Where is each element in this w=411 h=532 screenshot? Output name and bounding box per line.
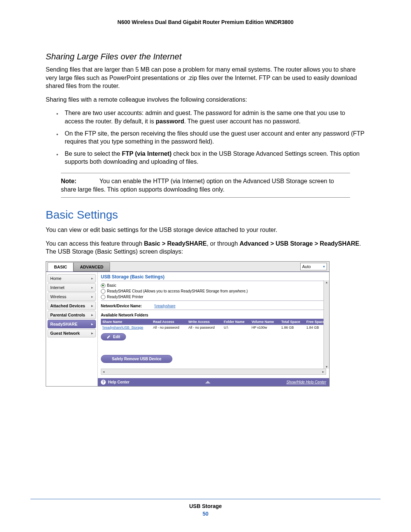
panel-title: USB Storage (Basic Settings) [101,274,326,280]
table-row: \\readyshare\USB_Storage All - no passwo… [101,325,326,330]
chevron-right-icon: ▸ [91,331,93,335]
note-box: Note: You can enable the HTTP (via Inter… [61,173,350,198]
list-item: On the FTP site, the person receiving th… [65,129,365,146]
network-device-name-row: Network/Device Name: \\readyshare [101,304,326,308]
table-header: Share Name Read Access Write Access Fold… [101,319,326,325]
radio-readyshare-printer[interactable]: ReadySHARE Printer [101,295,326,299]
chevron-right-icon: ▸ [91,286,93,289]
chevron-right-icon: ▸ [91,313,93,317]
sidebar-item-wireless[interactable]: Wireless▸ [48,292,96,301]
radio-on-icon [101,283,105,288]
body-paragraph: Sending files that are larger than 5 MB … [46,66,365,90]
edit-button[interactable]: Edit [101,333,126,340]
note-text: You can enable the HTTP (via Internet) o… [61,178,334,193]
safely-remove-button[interactable]: Safely Remove USB Device [101,355,172,363]
scroll-left-icon: ◂ [101,370,107,374]
tab-advanced[interactable]: ADVANCED [73,262,110,272]
list-item: Be sure to select the FTP (via Internet)… [65,150,365,166]
router-ui-screenshot: BASIC ADVANCED Auto ▾ Home▸ Internet▸ Wi… [46,261,330,387]
section-title: Sharing Large Files over the Internet [46,52,365,62]
sidebar-item-readyshare[interactable]: ReadySHARE▸ [48,320,96,328]
body-paragraph: You can view or edit basic settings for … [46,226,365,234]
readyshare-link[interactable]: \\readyshare [155,304,176,308]
horizontal-scrollbar[interactable]: ◂ ▸ [101,369,326,375]
chevron-right-icon: ▸ [91,276,93,280]
help-icon: ? [101,380,106,385]
radio-off-icon [101,289,105,294]
scroll-right-icon: ▸ [320,370,326,374]
sidebar-item-parental-controls[interactable]: Parental Controls▸ [48,311,96,319]
footer-title: USB Storage [0,503,411,509]
radio-readyshare-cloud[interactable]: ReadySHARE Cloud (Allows you to access R… [101,289,326,294]
share-name-link[interactable]: \\readyshare\USB_Storage [101,326,151,329]
show-hide-help-link[interactable]: Show/Hide Help Center [287,380,327,384]
doc-header: N600 Wireless Dual Band Gigabit Router P… [46,19,365,25]
page-footer: USB Storage 50 [0,499,411,517]
heading-basic-settings: Basic Settings [46,208,365,221]
pencil-icon [107,335,111,339]
chevron-down-icon: ▾ [323,265,325,268]
scroll-down-icon: ▾ [324,365,329,369]
sidebar-item-attached-devices[interactable]: Attached Devices▸ [48,302,96,310]
sidebar-item-home[interactable]: Home▸ [48,274,96,283]
body-paragraph: You can access this feature through Basi… [46,240,365,256]
sidebar-item-guest-network[interactable]: Guest Network▸ [48,329,96,337]
footer-page-number: 50 [0,511,411,517]
chevron-right-icon: ▸ [91,322,93,326]
chevron-right-icon: ▸ [91,295,93,299]
chevron-right-icon: ▸ [91,304,93,308]
radio-basic[interactable]: Basic [101,283,326,288]
help-center-bar[interactable]: ? Help Center Show/Hide Help Center [98,378,329,386]
sidebar-nav: Home▸ Internet▸ Wireless▸ Attached Devic… [46,272,97,386]
note-label: Note: [61,178,76,184]
vertical-scrollbar[interactable]: ▴ ▾ [323,280,329,369]
available-folders-label: Available Network Folders [101,313,326,317]
bullet-list: There are two user accounts: admin and g… [46,109,365,166]
scroll-up-icon: ▴ [324,280,329,284]
sidebar-item-internet[interactable]: Internet▸ [48,283,96,292]
body-paragraph: Sharing files with a remote colleague in… [46,96,365,104]
triangle-up-icon [205,381,210,383]
language-select[interactable]: Auto ▾ [300,263,327,270]
list-item: There are two user accounts: admin and g… [65,109,365,125]
tab-basic[interactable]: BASIC [48,262,73,272]
radio-off-icon [101,295,105,299]
